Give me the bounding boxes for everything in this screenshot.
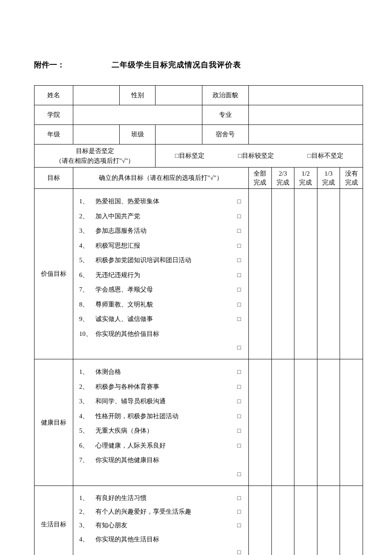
field-name[interactable] (73, 86, 119, 105)
list-item: □ (79, 468, 242, 481)
completion-cell[interactable] (248, 189, 271, 359)
firmness-opt-not[interactable]: □目标不坚定 (308, 152, 343, 160)
checkbox-icon[interactable]: □ (236, 312, 242, 326)
completion-cell[interactable] (271, 359, 294, 486)
list-item: 1、有良好的生活习惯□ (79, 491, 242, 505)
table-row: 姓名 性别 政治面貌 (35, 86, 363, 105)
checkbox-icon[interactable]: □ (236, 468, 242, 481)
field-major[interactable] (248, 105, 363, 125)
item-text: 参加志愿服务活动 (95, 223, 236, 238)
label-gender: 性别 (119, 86, 156, 105)
col-detail: 确立的具体目标（请在相应的选项后打"√"） (73, 168, 248, 189)
completion-cell[interactable] (294, 486, 317, 555)
evaluation-table: 姓名 性别 政治面貌 学院 专业 年级 班级 宿舍号 目标是否坚定 （ (34, 85, 363, 555)
checkbox-icon[interactable]: □ (236, 283, 242, 297)
firmness-opt-firm[interactable]: □目标坚定 (175, 152, 205, 160)
checkbox-icon[interactable]: □ (236, 424, 242, 438)
field-politics[interactable] (248, 86, 363, 105)
completion-cell[interactable] (294, 359, 317, 486)
list-item: 6、无违纪违规行为□ (79, 268, 242, 283)
item-text: 你实现的其他价值目标 (95, 327, 236, 341)
item-text: 积极参加党团知识培训和团日活动 (95, 253, 236, 268)
item-number: 4、 (79, 238, 95, 253)
completion-cell[interactable] (317, 189, 340, 359)
item-number: 4、 (79, 532, 95, 546)
checkbox-icon[interactable]: □ (236, 395, 242, 408)
column-header-row: 目标 确立的具体目标（请在相应的选项后打"√"） 全部完成 2/3完成 1/2完… (35, 168, 363, 189)
checkbox-icon[interactable]: □ (236, 224, 242, 238)
completion-cell[interactable] (340, 486, 363, 555)
field-grade[interactable] (73, 125, 119, 145)
checkbox-icon[interactable]: □ (236, 439, 242, 453)
completion-cell[interactable] (317, 359, 340, 486)
firmness-options: □目标坚定 □目标较坚定 □目标不坚定 (156, 145, 363, 168)
item-text: 你实现的其他生活目标 (95, 532, 236, 546)
checkbox-icon[interactable]: □ (236, 492, 242, 505)
section-items: 1、有良好的生活习惯□2、有个人的兴趣爱好，享受生活乐趣□3、有知心朋友□4、你… (73, 486, 248, 555)
completion-cell[interactable] (340, 359, 363, 486)
item-text: 和同学、辅导员积极沟通 (95, 394, 236, 409)
item-number: 1、 (79, 491, 95, 505)
item-number: 3、 (79, 394, 95, 409)
completion-cell[interactable] (317, 486, 340, 555)
item-number: 8、 (79, 297, 95, 312)
item-number: 2、 (79, 209, 95, 224)
list-item: □ (79, 546, 242, 555)
checkbox-icon[interactable]: □ (236, 254, 242, 267)
list-item: 7、你实现的其他健康目标 (79, 453, 242, 468)
completion-cell[interactable] (248, 486, 271, 555)
completion-cell[interactable] (248, 359, 271, 486)
checkbox-icon[interactable]: □ (236, 380, 242, 394)
list-item: 8、尊师重教、文明礼貌□ (79, 297, 242, 312)
checkbox-icon[interactable]: □ (236, 195, 242, 208)
completion-cell[interactable] (271, 486, 294, 555)
col-13: 1/3完成 (317, 168, 340, 189)
item-text: 学会感恩、孝顺父母 (95, 282, 236, 297)
list-item: 3、有知心朋友□ (79, 518, 242, 532)
list-item: 6、心理健康，人际关系良好□ (79, 438, 242, 453)
item-number: 2、 (79, 505, 95, 518)
item-text: 加入中国共产党 (95, 209, 236, 224)
list-item: □ (79, 341, 242, 355)
checkbox-icon[interactable]: □ (236, 546, 242, 555)
field-dorm[interactable] (248, 125, 363, 145)
item-text: 性格开朗，积极参加社团活动 (95, 409, 236, 424)
section-life: 生活目标1、有良好的生活习惯□2、有个人的兴趣爱好，享受生活乐趣□3、有知心朋友… (35, 486, 363, 555)
table-row: 学院 专业 (35, 105, 363, 125)
section-title: 生活目标 (35, 486, 73, 555)
checkbox-icon[interactable]: □ (236, 365, 242, 379)
list-item: 3、参加志愿服务活动□ (79, 223, 242, 238)
checkbox-icon[interactable]: □ (236, 519, 242, 532)
item-text: 有知心朋友 (95, 518, 236, 532)
field-class[interactable] (156, 125, 202, 145)
field-gender[interactable] (156, 86, 202, 105)
section-title: 价值目标 (35, 189, 73, 359)
firmness-label-2: （请在相应的选项后打"√"） (55, 157, 134, 164)
item-text: 有个人的兴趣爱好，享受生活乐趣 (95, 505, 236, 518)
item-text: 积极参与各种体育赛事 (95, 379, 236, 394)
field-college[interactable] (73, 105, 202, 125)
checkbox-icon[interactable]: □ (236, 239, 242, 253)
item-text: 有良好的生活习惯 (95, 491, 236, 505)
checkbox-icon[interactable]: □ (236, 298, 242, 312)
checkbox-icon[interactable]: □ (236, 341, 242, 355)
firmness-opt-fair[interactable]: □目标较坚定 (238, 152, 274, 160)
checkbox-icon[interactable]: □ (236, 410, 242, 423)
item-number: 1、 (79, 194, 95, 209)
checkbox-icon[interactable]: □ (236, 269, 242, 282)
item-text: 积极写思想汇报 (95, 238, 236, 253)
completion-cell[interactable] (294, 189, 317, 359)
item-number: 9、 (79, 312, 95, 327)
label-major: 专业 (202, 105, 248, 125)
col-goal: 目标 (35, 168, 73, 189)
list-item: 9、诚实做人、诚信做事□ (79, 312, 242, 327)
completion-cell[interactable] (340, 189, 363, 359)
checkbox-icon[interactable]: □ (236, 506, 242, 518)
completion-cell[interactable] (271, 189, 294, 359)
list-item: 3、和同学、辅导员积极沟通□ (79, 394, 242, 409)
label-grade: 年级 (35, 125, 73, 145)
list-item: 4、你实现的其他生活目标 (79, 532, 242, 546)
checkbox-icon[interactable]: □ (236, 210, 242, 223)
item-text: 诚实做人、诚信做事 (95, 312, 236, 327)
item-number: 5、 (79, 423, 95, 438)
